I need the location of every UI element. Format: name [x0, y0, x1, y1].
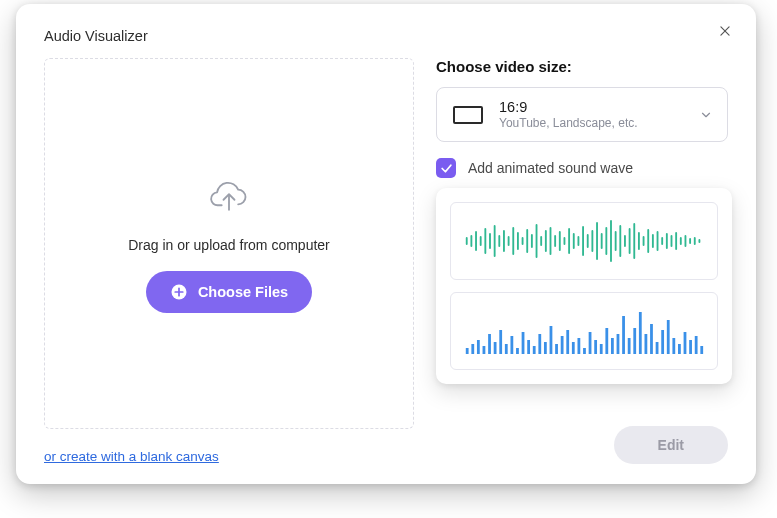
- video-size-heading: Choose video size:: [436, 58, 728, 75]
- svg-rect-76: [589, 332, 592, 354]
- choose-files-label: Choose Files: [198, 284, 288, 300]
- soundwave-option-symmetric[interactable]: [450, 202, 718, 280]
- svg-rect-63: [516, 348, 519, 354]
- choose-files-button[interactable]: Choose Files: [146, 271, 312, 313]
- audio-visualizer-modal: Audio Visualizer Drag in or upload from …: [16, 4, 756, 484]
- close-icon: [718, 24, 732, 38]
- dropzone-caption: Drag in or upload from computer: [128, 237, 330, 253]
- svg-rect-94: [689, 340, 692, 354]
- soundwave-checkbox[interactable]: [436, 158, 456, 178]
- svg-rect-81: [617, 334, 620, 354]
- svg-rect-64: [522, 332, 525, 354]
- waveform-bars-icon: [463, 304, 705, 358]
- svg-rect-78: [600, 344, 603, 354]
- cloud-upload-icon: [207, 175, 251, 219]
- svg-rect-72: [566, 330, 569, 354]
- svg-rect-85: [639, 312, 642, 354]
- svg-rect-56: [477, 340, 480, 354]
- soundwave-option-bars[interactable]: [450, 292, 718, 370]
- aspect-ratio-icon: [453, 106, 483, 124]
- waveform-symmetric-icon: [463, 214, 705, 268]
- svg-rect-90: [667, 320, 670, 354]
- svg-rect-82: [622, 316, 625, 354]
- svg-rect-67: [538, 334, 541, 354]
- video-size-selected-title: 16:9: [499, 98, 683, 116]
- svg-rect-73: [572, 342, 575, 354]
- svg-rect-93: [684, 332, 687, 354]
- video-size-selected-sub: YouTube, Landscape, etc.: [499, 116, 683, 131]
- soundwave-checkbox-label: Add animated sound wave: [468, 160, 633, 176]
- svg-rect-65: [527, 340, 530, 354]
- svg-rect-75: [583, 348, 586, 354]
- svg-rect-70: [555, 344, 558, 354]
- svg-rect-87: [650, 324, 653, 354]
- svg-rect-60: [499, 330, 502, 354]
- svg-rect-68: [544, 342, 547, 354]
- blank-canvas-link[interactable]: or create with a blank canvas: [44, 449, 219, 464]
- soundwave-options-card: [436, 188, 732, 384]
- video-size-select[interactable]: 16:9 YouTube, Landscape, etc.: [436, 87, 728, 142]
- modal-title: Audio Visualizer: [44, 28, 728, 44]
- svg-rect-92: [678, 344, 681, 354]
- svg-rect-58: [488, 334, 491, 354]
- svg-rect-83: [628, 338, 631, 354]
- svg-rect-74: [577, 338, 580, 354]
- svg-rect-96: [700, 346, 703, 354]
- svg-rect-91: [672, 338, 675, 354]
- svg-rect-62: [510, 336, 513, 354]
- svg-rect-59: [494, 342, 497, 354]
- svg-rect-86: [645, 334, 648, 354]
- svg-rect-77: [594, 340, 597, 354]
- svg-rect-54: [466, 348, 469, 354]
- svg-rect-95: [695, 336, 698, 354]
- upload-dropzone[interactable]: Drag in or upload from computer Choose F…: [44, 58, 414, 429]
- svg-rect-89: [661, 330, 664, 354]
- svg-rect-79: [605, 328, 608, 354]
- svg-rect-88: [656, 342, 659, 354]
- edit-button[interactable]: Edit: [614, 426, 728, 464]
- svg-rect-66: [533, 346, 536, 354]
- chevron-down-icon: [699, 108, 713, 122]
- svg-rect-80: [611, 338, 614, 354]
- svg-rect-84: [633, 328, 636, 354]
- svg-rect-55: [471, 344, 474, 354]
- soundwave-checkbox-row[interactable]: Add animated sound wave: [436, 158, 728, 178]
- svg-rect-57: [483, 346, 486, 354]
- svg-rect-71: [561, 336, 564, 354]
- close-button[interactable]: [714, 20, 736, 42]
- svg-rect-61: [505, 344, 508, 354]
- plus-circle-icon: [170, 283, 188, 301]
- svg-rect-69: [550, 326, 553, 354]
- check-icon: [440, 162, 453, 175]
